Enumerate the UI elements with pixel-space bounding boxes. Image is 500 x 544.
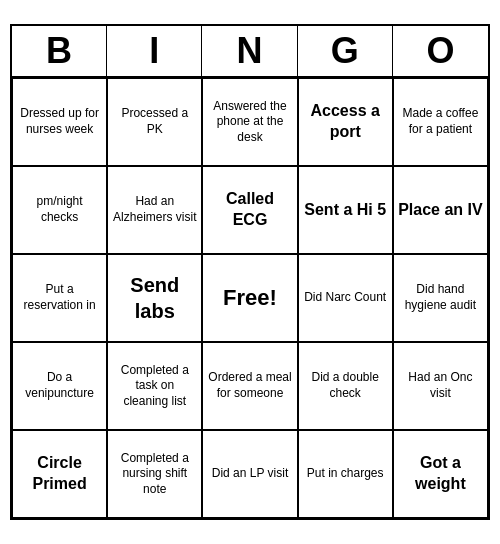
bingo-cell-15[interactable]: Do a venipuncture: [12, 342, 107, 430]
bingo-letter-n: N: [202, 26, 297, 76]
bingo-cell-4[interactable]: Made a coffee for a patient: [393, 78, 488, 166]
bingo-cell-17[interactable]: Ordered a meal for someone: [202, 342, 297, 430]
bingo-cell-14[interactable]: Did hand hygiene audit: [393, 254, 488, 342]
bingo-cell-23[interactable]: Put in charges: [298, 430, 393, 518]
bingo-cell-1[interactable]: Processed a PK: [107, 78, 202, 166]
bingo-letter-b: B: [12, 26, 107, 76]
bingo-cell-19[interactable]: Had an Onc visit: [393, 342, 488, 430]
bingo-grid: Dressed up for nurses weekProcessed a PK…: [12, 78, 488, 518]
bingo-cell-11[interactable]: Send labs: [107, 254, 202, 342]
bingo-card: BINGO Dressed up for nurses weekProcesse…: [10, 24, 490, 520]
bingo-cell-9[interactable]: Place an IV: [393, 166, 488, 254]
bingo-letter-g: G: [298, 26, 393, 76]
bingo-header: BINGO: [12, 26, 488, 78]
bingo-cell-16[interactable]: Completed a task on cleaning list: [107, 342, 202, 430]
bingo-letter-i: I: [107, 26, 202, 76]
bingo-letter-o: O: [393, 26, 488, 76]
bingo-cell-18[interactable]: Did a double check: [298, 342, 393, 430]
bingo-cell-10[interactable]: Put a reservation in: [12, 254, 107, 342]
bingo-cell-24[interactable]: Got a weight: [393, 430, 488, 518]
bingo-cell-21[interactable]: Completed a nursing shift note: [107, 430, 202, 518]
bingo-cell-7[interactable]: Called ECG: [202, 166, 297, 254]
bingo-cell-3[interactable]: Access a port: [298, 78, 393, 166]
bingo-cell-2[interactable]: Answered the phone at the desk: [202, 78, 297, 166]
bingo-cell-5[interactable]: pm/night checks: [12, 166, 107, 254]
bingo-cell-12[interactable]: Free!: [202, 254, 297, 342]
bingo-cell-22[interactable]: Did an LP visit: [202, 430, 297, 518]
bingo-cell-13[interactable]: Did Narc Count: [298, 254, 393, 342]
bingo-cell-20[interactable]: Circle Primed: [12, 430, 107, 518]
bingo-cell-8[interactable]: Sent a Hi 5: [298, 166, 393, 254]
bingo-cell-0[interactable]: Dressed up for nurses week: [12, 78, 107, 166]
bingo-cell-6[interactable]: Had an Alzheimers visit: [107, 166, 202, 254]
